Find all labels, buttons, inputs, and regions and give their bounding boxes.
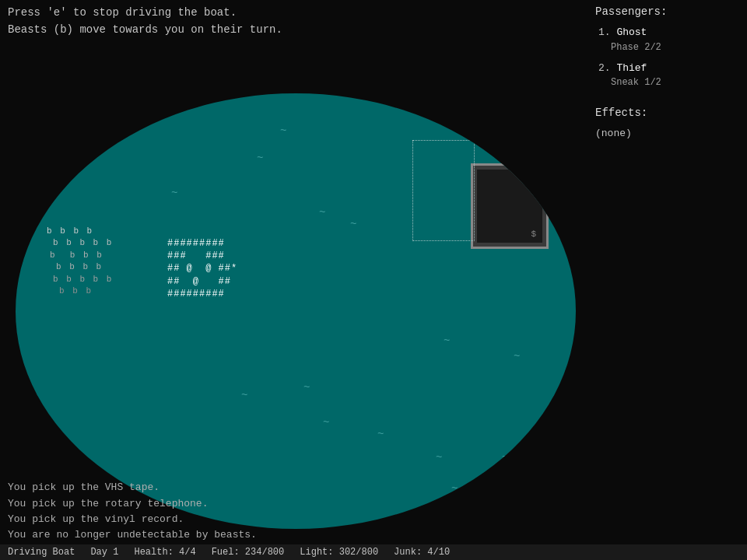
passenger-1-number: 1. [598, 26, 616, 38]
passenger-2-name: Thief [616, 62, 647, 74]
boat-row-5: ######### [167, 288, 237, 300]
beast-row-5: b b b b b [53, 274, 113, 285]
dock-symbol: $ [531, 229, 536, 239]
wave-10: ~ [323, 416, 329, 429]
beast-row-1: b b b b [47, 226, 113, 237]
message-log: You pick up the VHS tape. You pick up th… [8, 480, 257, 543]
passengers-title: Passengers: [595, 4, 739, 20]
wave-1: ~ [280, 124, 286, 137]
status-junk: Junk: 4/10 [394, 547, 450, 558]
wave-2: ~ [257, 152, 263, 164]
log-line-2: You pick up the rotary telephone. [8, 496, 257, 512]
status-fuel: Fuel: 234/800 [212, 547, 285, 558]
passenger-1-name: Ghost [616, 26, 647, 38]
wave-8: ~ [303, 381, 310, 394]
passenger-2-number: 2. [598, 62, 616, 74]
faint-beasts: b b b b b b b [19, 445, 43, 482]
wave-9: ~ [241, 389, 247, 401]
game-canvas: ~ ~ ~ ~ ~ ~ ~ ~ ~ ~ ~ ~ ~ ~ $ b b b b b … [8, 86, 584, 537]
effects-section: Effects: (none) [595, 105, 739, 142]
effects-value: (none) [595, 126, 739, 142]
sidebar: Passengers: 1. Ghost Phase 2/2 2. Thief … [595, 4, 739, 142]
boat-row-2: ### ### [167, 250, 237, 262]
wave-5: ~ [350, 218, 356, 230]
wave-11: ~ [377, 428, 384, 440]
status-health: Health: 4/4 [134, 547, 195, 558]
effects-title: Effects: [595, 105, 739, 121]
player-boat-area: ######### ### ### ## @ @ ##* ## @ ## ###… [167, 237, 237, 300]
passenger-2: 2. Thief Sneak 1/2 [598, 61, 739, 90]
status-mode: Driving Boat [8, 547, 75, 558]
wave-12: ~ [436, 451, 442, 464]
wave-14: ~ [451, 482, 458, 495]
beast-row-2: b b b b b [53, 237, 113, 249]
passengers-section: Passengers: 1. Ghost Phase 2/2 2. Thief … [595, 4, 739, 89]
message-line-1: Press 'e' to stop driving the boat. [8, 4, 282, 21]
faint-beast-1: b b [19, 445, 43, 457]
passenger-2-sub: Sneak 1/2 [611, 75, 739, 89]
log-line-1: You pick up the VHS tape. [8, 480, 257, 495]
boat-display: ######### ### ### ## @ @ ##* ## @ ## ###… [167, 237, 237, 300]
status-bar: Driving Boat Day 1 Health: 4/4 Fuel: 234… [0, 544, 747, 560]
dock: $ [471, 163, 549, 249]
boat-row-3: ## @ @ ##* [167, 262, 237, 275]
ocean: ~ ~ ~ ~ ~ ~ ~ ~ ~ ~ ~ ~ ~ ~ $ b b b b b … [16, 93, 576, 529]
wave-13: ~ [502, 451, 508, 464]
boat-row-4: ## @ ## [167, 275, 237, 288]
beast-row-6: b b b [59, 285, 113, 297]
beast-row-3: b b b b [50, 250, 113, 261]
right-dotted-region [412, 140, 475, 241]
faint-beast-2: b b b [19, 457, 43, 470]
log-line-4: You are no longer undetectable by beasts… [8, 527, 257, 543]
dock-inner: $ [477, 170, 542, 243]
passenger-1-sub: Phase 2/2 [611, 40, 739, 54]
wave-3: ~ [171, 187, 177, 199]
boat-row-1: ######### [167, 237, 237, 250]
passenger-1: 1. Ghost Phase 2/2 [598, 25, 739, 54]
beast-row-4: b b b b [56, 261, 113, 273]
message-line-2: Beasts (b) move towards you on their tur… [8, 21, 282, 38]
wave-7: ~ [514, 350, 520, 362]
wave-4: ~ [319, 206, 325, 219]
log-line-3: You pick up the vinyl record. [8, 512, 257, 527]
wave-6: ~ [444, 334, 450, 347]
status-light: Light: 302/800 [300, 547, 378, 558]
status-day: Day 1 [90, 547, 118, 558]
messages-top: Press 'e' to stop driving the boat. Beas… [8, 4, 282, 39]
beast-cluster: b b b b b b b b b b b b b b b b b b b b … [47, 226, 113, 297]
